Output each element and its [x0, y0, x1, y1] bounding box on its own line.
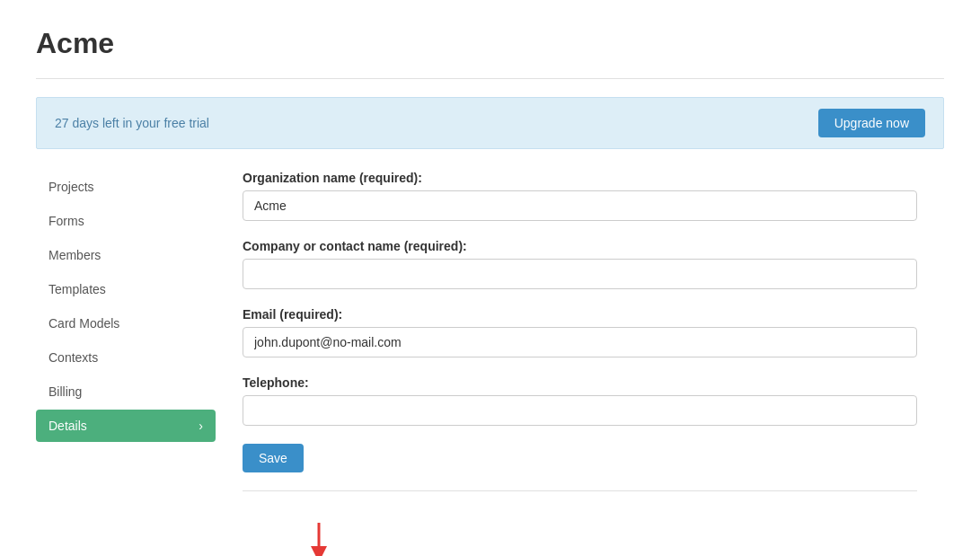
trial-text: 27 days left in your free trial	[55, 116, 209, 130]
sidebar-item-label: Billing	[49, 384, 82, 399]
sidebar-item-label: Card Models	[49, 316, 119, 331]
sidebar-item-projects[interactable]: Projects	[36, 171, 216, 203]
sidebar-item-billing[interactable]: Billing	[36, 375, 216, 408]
sidebar-item-label: Details	[49, 419, 87, 433]
form-divider	[243, 490, 917, 491]
sidebar-item-label: Contexts	[49, 350, 98, 365]
chevron-right-icon: ›	[199, 419, 203, 433]
contact-name-label: Company or contact name (required):	[243, 239, 917, 253]
email-label: Email (required):	[243, 307, 917, 322]
email-input[interactable]	[243, 327, 917, 357]
email-group: Email (required):	[243, 307, 917, 357]
content-area: Organization name (required): Company or…	[216, 171, 944, 556]
telephone-group: Telephone:	[243, 375, 917, 426]
sidebar-item-label: Members	[49, 248, 101, 262]
trial-banner: 27 days left in your free trial Upgrade …	[36, 97, 944, 149]
delete-section: Delete this organization	[243, 509, 917, 556]
sidebar-item-card-models[interactable]: Card Models	[36, 307, 216, 340]
telephone-input[interactable]	[243, 395, 917, 426]
main-layout: Projects Forms Members Templates Card Mo…	[36, 171, 944, 556]
title-divider	[36, 78, 944, 79]
org-name-label: Organization name (required):	[243, 171, 917, 185]
sidebar-item-details[interactable]: Details ›	[36, 410, 216, 442]
sidebar-item-label: Templates	[49, 282, 106, 296]
arrow-row	[243, 518, 917, 556]
contact-name-group: Company or contact name (required):	[243, 239, 917, 289]
sidebar: Projects Forms Members Templates Card Mo…	[36, 171, 216, 556]
sidebar-item-members[interactable]: Members	[36, 239, 216, 271]
org-name-input[interactable]	[243, 190, 917, 221]
save-button[interactable]: Save	[243, 444, 304, 472]
upgrade-button[interactable]: Upgrade now	[818, 109, 925, 137]
sidebar-item-label: Projects	[49, 180, 94, 194]
sidebar-item-label: Forms	[49, 214, 84, 228]
telephone-label: Telephone:	[243, 375, 917, 390]
contact-name-input[interactable]	[243, 259, 917, 289]
sidebar-item-contexts[interactable]: Contexts	[36, 341, 216, 374]
red-arrow-icon	[296, 518, 341, 556]
sidebar-item-templates[interactable]: Templates	[36, 273, 216, 305]
page-title: Acme	[36, 27, 944, 60]
org-name-group: Organization name (required):	[243, 171, 917, 221]
sidebar-item-forms[interactable]: Forms	[36, 205, 216, 237]
